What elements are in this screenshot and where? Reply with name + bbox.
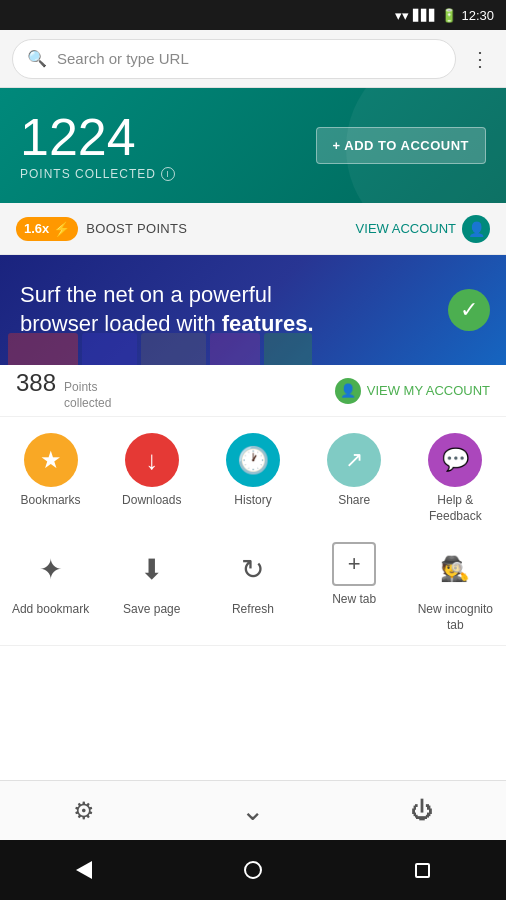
action-new-tab[interactable]: + New tab xyxy=(309,542,399,633)
new-tab-icon: + xyxy=(332,542,376,586)
history-label: History xyxy=(234,493,271,509)
hero-text: Surf the net on a powerful browser loade… xyxy=(20,281,314,338)
status-icons: ▾▾ ▋▋▋ 🔋 12:30 xyxy=(395,8,494,23)
status-bar: ▾▾ ▋▋▋ 🔋 12:30 xyxy=(0,0,506,30)
check-icon: ✓ xyxy=(448,289,490,331)
recents-icon xyxy=(415,863,430,878)
boost-bar: 1.6x ⚡ BOOST POINTS VIEW ACCOUNT 👤 xyxy=(0,203,506,255)
bookmarks-icon: ★ xyxy=(24,433,78,487)
search-box[interactable]: 🔍 Search or type URL xyxy=(12,39,456,79)
boost-badge[interactable]: 1.6x ⚡ xyxy=(16,217,78,241)
android-nav-bar xyxy=(0,840,506,900)
refresh-label: Refresh xyxy=(232,602,274,618)
power-button[interactable]: ⏻ xyxy=(395,784,449,838)
action-share[interactable]: ↗ Share xyxy=(309,433,399,524)
chevron-icon: ⌄ xyxy=(241,797,264,825)
points-number: 1224 xyxy=(20,111,175,163)
view-account-button[interactable]: VIEW ACCOUNT 👤 xyxy=(356,215,490,243)
points-collected-label: Points collected xyxy=(64,380,111,411)
save-page-icon: ⬇ xyxy=(125,542,179,596)
boost-label[interactable]: BOOST POINTS xyxy=(86,221,187,236)
back-button[interactable] xyxy=(76,861,92,879)
save-page-label: Save page xyxy=(123,602,180,618)
add-to-account-button[interactable]: + ADD TO ACCOUNT xyxy=(316,127,486,164)
points-label: POINTS COLLECTED i xyxy=(20,167,175,181)
wifi-icon: ▾▾ xyxy=(395,8,409,23)
status-time: 12:30 xyxy=(461,8,494,23)
bookmarks-label: Bookmarks xyxy=(21,493,81,509)
info-icon[interactable]: i xyxy=(161,167,175,181)
help-icon: 💬 xyxy=(428,433,482,487)
incognito-label: New incognito tab xyxy=(410,602,500,633)
downloads-icon: ↓ xyxy=(125,433,179,487)
settings-button[interactable]: ⚙ xyxy=(57,784,111,838)
multiplier-value: 1.6x xyxy=(24,221,49,236)
points-collected-num: 388 xyxy=(16,369,56,397)
points-collected: 388 Points collected xyxy=(16,369,111,411)
points-row: 388 Points collected 👤 VIEW MY ACCOUNT xyxy=(0,365,506,417)
back-icon xyxy=(76,861,92,879)
refresh-icon: ↻ xyxy=(226,542,280,596)
action-incognito-tab[interactable]: 🕵 New incognito tab xyxy=(410,542,500,633)
history-icon: 🕐 xyxy=(226,433,280,487)
hero-banner: Surf the net on a powerful browser loade… xyxy=(0,255,506,365)
action-help[interactable]: 💬 Help & Feedback xyxy=(410,433,500,524)
signal-icon: ▋▋▋ xyxy=(413,9,437,22)
incognito-icon: 🕵 xyxy=(428,542,482,596)
actions-row-2: ✦ Add bookmark ⬇ Save page ↻ Refresh + N… xyxy=(0,538,506,637)
settings-icon: ⚙ xyxy=(73,797,95,825)
share-label: Share xyxy=(338,493,370,509)
new-tab-label: New tab xyxy=(332,592,376,608)
home-button[interactable] xyxy=(244,861,262,879)
chevron-button[interactable]: ⌄ xyxy=(226,784,280,838)
my-account-avatar: 👤 xyxy=(335,378,361,404)
action-add-bookmark[interactable]: ✦ Add bookmark xyxy=(6,542,96,633)
points-left: 1224 POINTS COLLECTED i xyxy=(20,111,175,181)
view-account-label: VIEW ACCOUNT xyxy=(356,221,456,236)
battery-icon: 🔋 xyxy=(441,8,457,23)
add-bookmark-label: Add bookmark xyxy=(12,602,89,618)
action-bookmarks[interactable]: ★ Bookmarks xyxy=(6,433,96,524)
points-banner: 1224 POINTS COLLECTED i + ADD TO ACCOUNT xyxy=(0,88,506,203)
power-icon: ⏻ xyxy=(411,798,433,824)
search-placeholder: Search or type URL xyxy=(57,50,189,67)
account-avatar: 👤 xyxy=(462,215,490,243)
search-icon: 🔍 xyxy=(27,49,47,68)
action-history[interactable]: 🕐 History xyxy=(208,433,298,524)
actions-row-1: ★ Bookmarks ↓ Downloads 🕐 History ↗ Shar… xyxy=(0,429,506,528)
boost-left: 1.6x ⚡ BOOST POINTS xyxy=(16,217,187,241)
address-bar: 🔍 Search or type URL ⋮ xyxy=(0,30,506,88)
recents-button[interactable] xyxy=(415,863,430,878)
action-refresh[interactable]: ↻ Refresh xyxy=(208,542,298,633)
share-icon: ↗ xyxy=(327,433,381,487)
bottom-bar: ⚙ ⌄ ⏻ xyxy=(0,780,506,840)
action-save-page[interactable]: ⬇ Save page xyxy=(107,542,197,633)
quick-actions: ★ Bookmarks ↓ Downloads 🕐 History ↗ Shar… xyxy=(0,417,506,646)
home-icon xyxy=(244,861,262,879)
view-my-account-button[interactable]: 👤 VIEW MY ACCOUNT xyxy=(335,378,490,404)
action-downloads[interactable]: ↓ Downloads xyxy=(107,433,197,524)
view-my-account-label: VIEW MY ACCOUNT xyxy=(367,383,490,398)
menu-dots-button[interactable]: ⋮ xyxy=(466,43,494,75)
downloads-label: Downloads xyxy=(122,493,181,509)
lightning-icon: ⚡ xyxy=(53,221,70,237)
add-bookmark-icon: ✦ xyxy=(24,542,78,596)
help-label: Help & Feedback xyxy=(410,493,500,524)
